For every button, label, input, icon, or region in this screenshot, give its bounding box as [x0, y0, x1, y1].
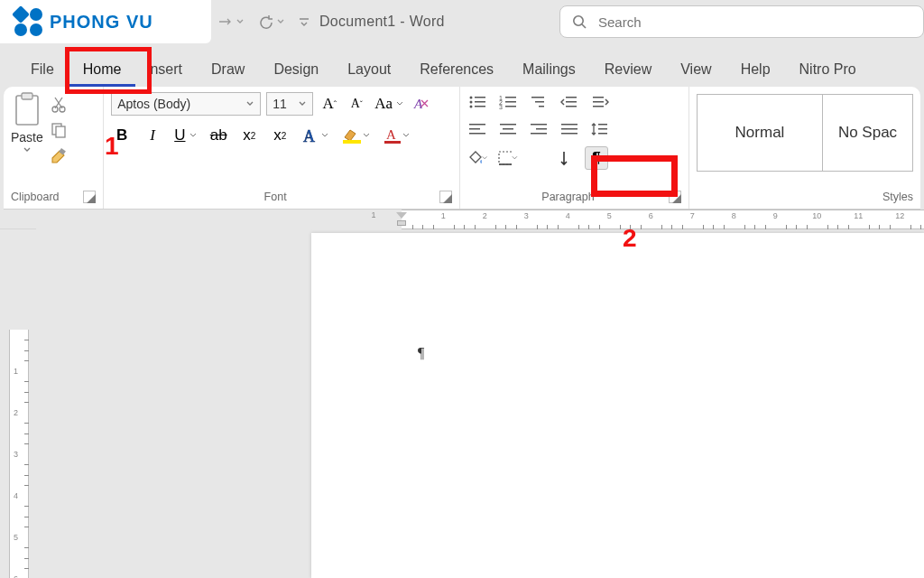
style-normal[interactable]: Normal: [697, 94, 823, 172]
line-spacing-icon[interactable]: [590, 119, 610, 139]
undo-button[interactable]: [257, 14, 285, 29]
increase-indent-icon[interactable]: [590, 92, 610, 112]
svg-rect-30: [566, 101, 577, 103]
tab-home[interactable]: Home: [69, 52, 136, 87]
paste-label: Paste: [11, 130, 43, 144]
style-no-spacing[interactable]: No Spac: [823, 94, 913, 172]
svg-rect-34: [593, 106, 604, 107]
autosave-toggle-icon[interactable]: [217, 14, 245, 29]
document-area: 112345678910111213 123456 ¶: [0, 210, 924, 578]
horizontal-ruler[interactable]: 112345678910111213: [0, 210, 924, 229]
svg-rect-27: [535, 101, 544, 103]
borders-icon[interactable]: [498, 148, 518, 168]
font-size-combo[interactable]: 11: [266, 92, 313, 116]
svg-rect-47: [598, 124, 607, 126]
justify-icon[interactable]: [559, 119, 579, 139]
show-hide-paragraph-marks-button[interactable]: ¶: [585, 146, 608, 170]
align-center-icon[interactable]: [498, 119, 518, 139]
tab-layout[interactable]: Layout: [333, 52, 405, 87]
tab-view[interactable]: View: [666, 52, 725, 87]
svg-point-0: [574, 16, 583, 25]
clipboard-paste-icon: [12, 92, 42, 128]
svg-rect-49: [598, 133, 607, 135]
page-canvas[interactable]: ¶: [311, 233, 924, 578]
svg-point-18: [470, 106, 473, 108]
tab-help[interactable]: Help: [726, 52, 785, 87]
font-group-label: Font: [111, 191, 439, 203]
svg-rect-46: [561, 133, 578, 135]
tab-nitro[interactable]: Nitro Pro: [785, 52, 871, 87]
quick-access-toolbar: [217, 14, 310, 29]
shading-icon[interactable]: [467, 148, 487, 168]
bold-icon[interactable]: B: [111, 125, 133, 146]
copy-icon[interactable]: [49, 121, 69, 139]
search-box[interactable]: [559, 5, 924, 38]
paragraph-mark-icon: ¶: [418, 345, 424, 361]
svg-rect-35: [469, 124, 485, 126]
svg-point-16: [470, 101, 473, 104]
change-case-icon[interactable]: Aa: [373, 93, 405, 115]
clear-formatting-icon[interactable]: A: [411, 93, 432, 115]
svg-rect-36: [469, 128, 480, 130]
svg-rect-25: [505, 106, 516, 107]
tab-references[interactable]: References: [405, 52, 508, 87]
svg-text:A: A: [386, 127, 396, 142]
svg-rect-44: [561, 124, 578, 126]
paragraph-launcher[interactable]: [669, 191, 681, 203]
paragraph-group-label: Paragraph: [467, 191, 669, 203]
svg-text:3: 3: [499, 104, 503, 109]
svg-rect-17: [475, 101, 485, 103]
font-color-icon[interactable]: A: [381, 125, 411, 146]
tab-review[interactable]: Review: [590, 52, 666, 87]
cut-icon[interactable]: [49, 96, 69, 114]
bullets-icon[interactable]: [467, 92, 487, 112]
svg-rect-40: [500, 133, 516, 135]
search-icon: [571, 14, 587, 30]
text-effects-icon[interactable]: A: [300, 125, 330, 146]
svg-rect-2: [16, 96, 38, 125]
clipboard-group-label: Clipboard: [11, 191, 60, 203]
ribbon-tabs: File Home nsert Draw Design Layout Refer…: [0, 43, 924, 87]
vertical-ruler[interactable]: 123456: [9, 244, 29, 578]
numbering-icon[interactable]: 123: [498, 92, 518, 112]
tab-draw[interactable]: Draw: [197, 52, 259, 87]
font-launcher[interactable]: [439, 191, 452, 203]
format-painter-icon[interactable]: [49, 146, 69, 164]
italic-icon[interactable]: I: [142, 125, 163, 146]
svg-rect-32: [593, 97, 604, 98]
decrease-indent-icon[interactable]: [559, 92, 579, 112]
tab-insert[interactable]: nsert: [135, 52, 197, 87]
svg-rect-13: [384, 141, 401, 144]
tab-design[interactable]: Design: [259, 52, 333, 87]
multilevel-list-icon[interactable]: [529, 92, 549, 112]
search-input[interactable]: [596, 14, 912, 31]
svg-rect-48: [598, 128, 607, 130]
align-left-icon[interactable]: [467, 119, 487, 139]
grow-font-icon[interactable]: Aˆ: [319, 93, 340, 115]
sort-icon[interactable]: [554, 148, 574, 168]
svg-rect-15: [475, 97, 485, 98]
clipboard-launcher[interactable]: [83, 191, 96, 203]
font-family-combo[interactable]: Aptos (Body): [111, 92, 261, 116]
align-right-icon[interactable]: [529, 119, 549, 139]
strikethrough-icon[interactable]: ab: [208, 125, 229, 146]
paste-button[interactable]: Paste: [11, 92, 43, 154]
customize-qat-icon[interactable]: [298, 15, 310, 28]
window-title: Document1 - Word: [319, 14, 445, 30]
underline-icon[interactable]: U: [172, 125, 199, 146]
svg-rect-7: [56, 126, 65, 137]
svg-rect-21: [505, 97, 516, 98]
svg-rect-41: [531, 124, 547, 126]
tab-mailings[interactable]: Mailings: [508, 52, 590, 87]
svg-rect-19: [475, 106, 485, 107]
superscript-icon[interactable]: x2: [269, 125, 291, 146]
shrink-font-icon[interactable]: Aˇ: [346, 93, 367, 115]
tab-file[interactable]: File: [16, 52, 69, 87]
highlight-icon[interactable]: [339, 125, 372, 146]
subscript-icon[interactable]: x2: [238, 125, 260, 146]
svg-rect-31: [566, 106, 577, 107]
brand-text: PHONG VU: [50, 12, 153, 33]
svg-rect-11: [343, 140, 361, 144]
svg-text:A: A: [413, 97, 423, 111]
svg-rect-29: [566, 97, 577, 98]
